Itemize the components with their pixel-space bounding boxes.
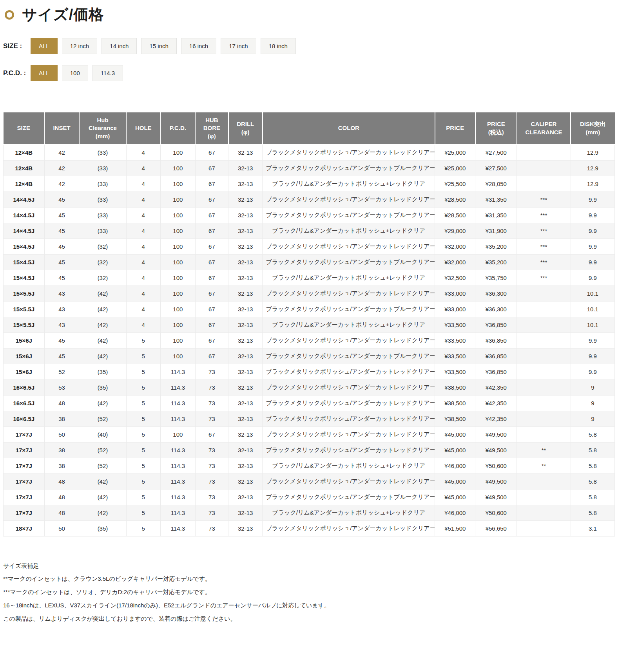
cell-color: ブラック/リム&アンダーカットポリッシュ+レッドクリア <box>263 317 435 332</box>
cell-inset: 53 <box>44 379 79 395</box>
cell-hub-bore: 67 <box>195 332 228 348</box>
pcd-filter-option-all[interactable]: ALL <box>31 65 58 81</box>
cell-caliper <box>517 411 571 426</box>
cell-drill: 32-13 <box>228 520 263 536</box>
cell-size: 16×6.5J <box>4 411 45 426</box>
cell-size: 14×4.5J <box>4 223 45 238</box>
cell-size: 17×7J <box>4 442 45 458</box>
table-row: 15×4.5J45(32)41006732-13ブラックメタリックポリッシュ/ア… <box>4 238 615 254</box>
cell-color: ブラックメタリックポリッシュ/アンダーカットブルークリアー <box>263 489 435 505</box>
cell-price-tax: ¥35,200 <box>475 254 517 270</box>
cell-hub-clearance: (32) <box>79 270 126 285</box>
cell-disk: 9.9 <box>571 254 614 270</box>
cell-color: ブラックメタリックポリッシュ/アンダーカットレッドクリアー <box>263 520 435 536</box>
cell-color: ブラック/リム&アンダーカットポリッシュ+レッドクリア <box>263 505 435 520</box>
cell-pcd: 100 <box>160 238 195 254</box>
cell-pcd: 100 <box>160 223 195 238</box>
cell-price-tax: ¥35,750 <box>475 270 517 285</box>
cell-hub-bore: 73 <box>195 411 228 426</box>
cell-disk: 9.9 <box>571 207 614 223</box>
cell-hub-bore: 67 <box>195 254 228 270</box>
cell-price: ¥33,000 <box>435 301 475 317</box>
size-filter-option-18-inch[interactable]: 18 inch <box>261 38 296 54</box>
cell-size: 16×6.5J <box>4 395 45 411</box>
cell-color: ブラックメタリックポリッシュ/アンダーカットレッドクリアー <box>263 191 435 207</box>
col-header-price-tax: PRICE (税込) <box>475 112 517 145</box>
cell-color: ブラックメタリックポリッシュ/アンダーカットブルークリアー <box>263 207 435 223</box>
table-row: 15×5.5J43(42)41006732-13ブラックメタリックポリッシュ/ア… <box>4 285 615 301</box>
pcd-filter-option-100[interactable]: 100 <box>62 65 88 81</box>
cell-price-tax: ¥31,900 <box>475 223 517 238</box>
size-filter-option-16-inch[interactable]: 16 inch <box>181 38 216 54</box>
cell-inset: 48 <box>44 473 79 489</box>
cell-price-tax: ¥49,500 <box>475 489 517 505</box>
cell-hole: 4 <box>126 145 160 160</box>
cell-disk: 9 <box>571 411 614 426</box>
cell-color: ブラックメタリックポリッシュ/アンダーカットレッドクリアー <box>263 332 435 348</box>
cell-hub-clearance: (42) <box>79 301 126 317</box>
cell-price-tax: ¥31,350 <box>475 207 517 223</box>
size-filter-option-15-inch[interactable]: 15 inch <box>141 38 176 54</box>
cell-pcd: 100 <box>160 207 195 223</box>
cell-hub-bore: 67 <box>195 270 228 285</box>
cell-price-tax: ¥49,500 <box>475 442 517 458</box>
table-row: 12×4B42(33)41006732-13ブラックメタリックポリッシュ/アンダ… <box>4 145 615 160</box>
table-row: 15×4.5J45(32)41006732-13ブラック/リム&アンダーカットポ… <box>4 270 615 285</box>
cell-hole: 5 <box>126 458 160 473</box>
cell-pcd: 100 <box>160 254 195 270</box>
cell-disk: 10.1 <box>571 301 614 317</box>
cell-hole: 4 <box>126 317 160 332</box>
cell-drill: 32-13 <box>228 301 263 317</box>
cell-color: ブラック/リム&アンダーカットポリッシュ+レッドクリア <box>263 223 435 238</box>
cell-hub-bore: 67 <box>195 285 228 301</box>
cell-price: ¥46,000 <box>435 505 475 520</box>
table-row: 14×4.5J45(33)41006732-13ブラックメタリックポリッシュ/ア… <box>4 191 615 207</box>
cell-color: ブラックメタリックポリッシュ/アンダーカットレッドクリアー <box>263 411 435 426</box>
cell-disk: 9.9 <box>571 364 614 379</box>
cell-hub-bore: 73 <box>195 505 228 520</box>
cell-color: ブラック/リム&アンダーカットポリッシュ+レッドクリア <box>263 458 435 473</box>
table-row: 17×7J48(42)5114.37332-13ブラック/リム&アンダーカットポ… <box>4 505 615 520</box>
cell-hub-clearance: (40) <box>79 426 126 442</box>
table-notes: サイズ表補足 **マークのインセットは、クラウン3.5Lのビッグキャリパー対応モ… <box>3 559 615 625</box>
size-filter-option-17-inch[interactable]: 17 inch <box>221 38 256 54</box>
cell-price-tax: ¥49,500 <box>475 473 517 489</box>
cell-drill: 32-13 <box>228 458 263 473</box>
pcd-filter-option-114.3[interactable]: 114.3 <box>92 65 123 81</box>
cell-hub-clearance: (33) <box>79 160 126 176</box>
cell-hub-clearance: (35) <box>79 364 126 379</box>
cell-hub-bore: 67 <box>195 348 228 364</box>
cell-hole: 4 <box>126 176 160 191</box>
cell-disk: 5.8 <box>571 505 614 520</box>
cell-inset: 45 <box>44 254 79 270</box>
cell-inset: 50 <box>44 426 79 442</box>
cell-hole: 5 <box>126 364 160 379</box>
cell-price-tax: ¥35,200 <box>475 238 517 254</box>
cell-inset: 43 <box>44 317 79 332</box>
cell-drill: 32-13 <box>228 364 263 379</box>
col-header-inset: INSET <box>44 112 79 145</box>
cell-color: ブラックメタリックポリッシュ/アンダーカットレッドクリアー <box>263 442 435 458</box>
cell-price: ¥28,500 <box>435 207 475 223</box>
cell-caliper: *** <box>517 254 571 270</box>
cell-disk: 9.9 <box>571 191 614 207</box>
note-line: 16～18inchは、LEXUS、V37スカイライン(17/18inchのみ)、… <box>3 599 615 612</box>
cell-price-tax: ¥36,850 <box>475 332 517 348</box>
col-header-size: SIZE <box>4 112 45 145</box>
table-row: 17×7J38(52)5114.37332-13ブラックメタリックポリッシュ/ア… <box>4 442 615 458</box>
cell-color: ブラックメタリックポリッシュ/アンダーカットブルークリアー <box>263 254 435 270</box>
pcd-filter: P.C.D. : ALL100114.3 <box>3 65 615 81</box>
cell-size: 14×4.5J <box>4 207 45 223</box>
size-filter-option-12-inch[interactable]: 12 inch <box>62 38 97 54</box>
cell-pcd: 100 <box>160 145 195 160</box>
section-header: サイズ/価格 <box>5 0 615 25</box>
cell-inset: 43 <box>44 301 79 317</box>
size-filter-option-all[interactable]: ALL <box>31 38 58 54</box>
col-header-hole: HOLE <box>126 112 160 145</box>
cell-price: ¥33,500 <box>435 364 475 379</box>
cell-disk: 12.9 <box>571 145 614 160</box>
cell-inset: 42 <box>44 145 79 160</box>
cell-inset: 48 <box>44 489 79 505</box>
size-filter-option-14-inch[interactable]: 14 inch <box>101 38 137 54</box>
cell-pcd: 100 <box>160 191 195 207</box>
